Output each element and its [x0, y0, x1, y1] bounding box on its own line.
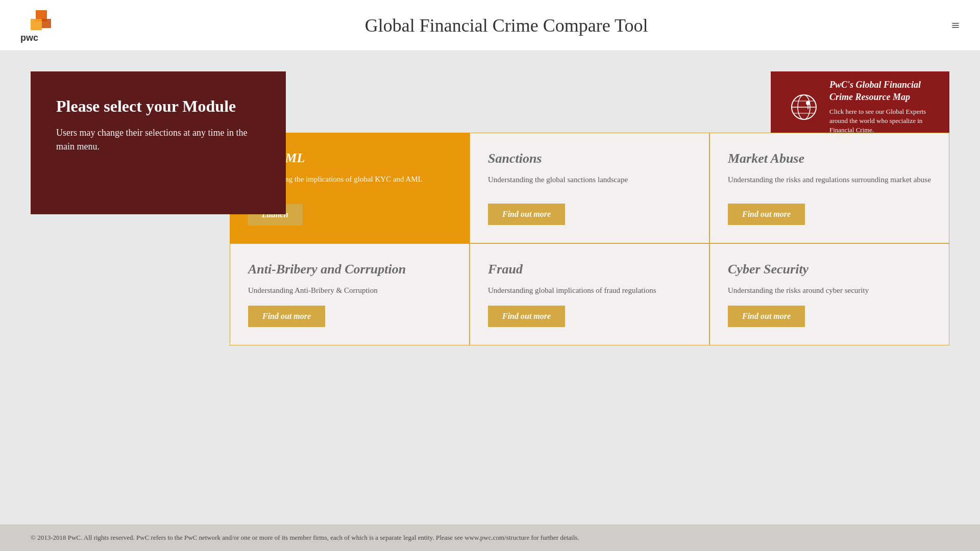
module-card-fraud: FraudUnderstanding global implications o… [470, 243, 709, 345]
select-module-description: Users may change their selections at any… [56, 126, 260, 154]
hamburger-menu-icon[interactable]: ≡ [951, 17, 960, 34]
module-title-cyber-security: Cyber Security [728, 262, 931, 277]
module-title-fraud: Fraud [488, 262, 691, 277]
svg-rect-2 [42, 19, 51, 28]
header: pwc Global Financial Crime Compare Tool … [0, 0, 980, 51]
module-card-anti-bribery: Anti-Bribery and CorruptionUnderstanding… [230, 243, 470, 345]
module-button-market-abuse[interactable]: Find out more [728, 204, 805, 225]
module-title-market-abuse: Market Abuse [728, 151, 931, 166]
module-card-market-abuse: Market AbuseUnderstanding the risks and … [709, 133, 949, 243]
module-card-sanctions: SanctionsUnderstanding the global sancti… [470, 133, 709, 243]
module-button-anti-bribery[interactable]: Find out more [248, 306, 325, 327]
module-title-anti-bribery: Anti-Bribery and Corruption [248, 262, 451, 277]
logo-area: pwc [20, 8, 61, 43]
main-content: Please select your Module Users may chan… [0, 51, 980, 524]
module-description-sanctions: Understanding the global sanctions lands… [488, 174, 691, 196]
svg-rect-1 [31, 19, 42, 30]
resource-map-description: Click here to see our Global Experts aro… [829, 107, 932, 135]
select-module-heading: Please select your Module [56, 97, 260, 116]
svg-text:pwc: pwc [20, 33, 38, 43]
module-title-sanctions: Sanctions [488, 151, 691, 166]
page-title: Global Financial Crime Compare Tool [365, 15, 648, 36]
module-button-sanctions[interactable]: Find out more [488, 204, 565, 225]
pwc-logo: pwc [20, 8, 61, 43]
footer-text: © 2013-2018 PwC. All rights reserved. Pw… [31, 534, 579, 541]
resource-map-heading: PwC's Global Financial Crime Resource Ma… [829, 79, 932, 103]
module-description-market-abuse: Understanding the risks and regulations … [728, 174, 931, 196]
module-card-cyber-security: Cyber SecurityUnderstanding the risks ar… [709, 243, 949, 345]
select-module-box: Please select your Module Users may chan… [31, 71, 286, 214]
module-button-cyber-security[interactable]: Find out more [728, 306, 805, 327]
svg-point-9 [806, 101, 810, 105]
module-description-cyber-security: Understanding the risks around cyber sec… [728, 285, 931, 298]
globe-icon [789, 92, 819, 122]
footer: © 2013-2018 PwC. All rights reserved. Pw… [0, 524, 980, 551]
resource-map-text: PwC's Global Financial Crime Resource Ma… [829, 79, 932, 135]
module-description-fraud: Understanding global implications of fra… [488, 285, 691, 298]
modules-grid: KYC AMLUnderstanding the implications of… [230, 133, 949, 345]
module-description-anti-bribery: Understanding Anti-Bribery & Corruption [248, 285, 451, 298]
module-button-fraud[interactable]: Find out more [488, 306, 565, 327]
resource-map-box[interactable]: PwC's Global Financial Crime Resource Ma… [771, 71, 949, 143]
